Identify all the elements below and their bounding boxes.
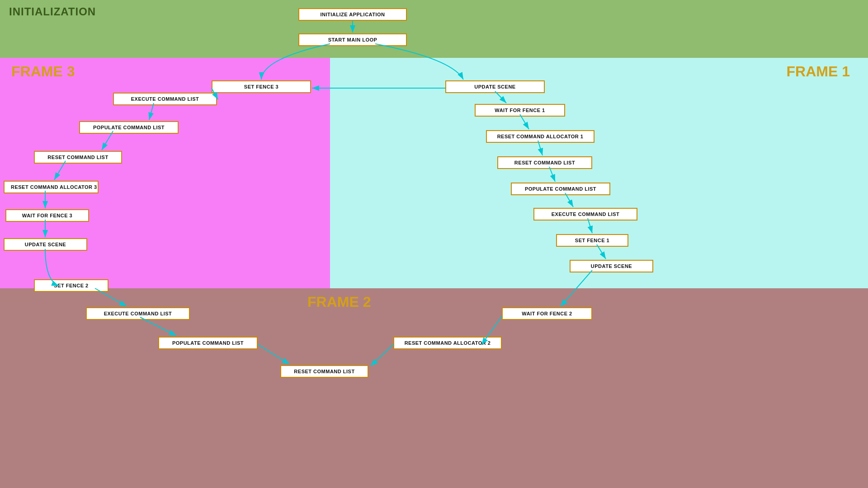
wait-for-fence-1-node: WAIT FOR FENCE 1 [475,104,565,117]
reset-command-allocator-3-node: RESET COMMAND ALLOCATOR 3 [4,181,99,193]
wait-for-fence-3-node: WAIT FOR FENCE 3 [5,209,89,222]
reset-command-allocator-2-node: RESET COMMAND ALLOCATOR 2 [393,337,502,349]
start-main-loop-node: START MAIN LOOP [298,33,407,46]
reset-command-list-f1-node: RESET COMMAND LIST [497,156,592,169]
populate-command-list-f3-node: POPULATE COMMAND LIST [79,121,179,134]
frame3-label: FRAME 3 [11,63,75,80]
reset-command-list-f2-node: RESET COMMAND LIST [280,365,368,378]
wait-for-fence-2-node: WAIT FOR FENCE 2 [502,307,592,320]
frame2-label: FRAME 2 [307,294,371,310]
populate-command-list-f2-node: POPULATE COMMAND LIST [158,337,258,349]
set-fence-3-node: SET FENCE 3 [212,80,311,93]
execute-command-list-f2-node: EXECUTE COMMAND LIST [86,307,190,320]
update-scene-f3-node: UPDATE SCENE [4,238,87,251]
frame1-region [330,58,868,288]
frame1-label: FRAME 1 [787,63,850,80]
reset-command-allocator-1-node: RESET COMMAND ALLOCATOR 1 [486,130,594,143]
initialize-application-node: INITIALIZE APPLICATION [298,8,407,21]
execute-command-list-f3-node: EXECUTE COMMAND LIST [113,93,217,105]
set-fence-1-node: SET FENCE 1 [556,234,628,247]
update-scene-f1-top-node: UPDATE SCENE [445,80,545,93]
update-scene-f1b-node: UPDATE SCENE [570,260,653,272]
init-label: INITIALIZATION [9,5,96,18]
init-region [0,0,868,58]
set-fence-2-node: SET FENCE 2 [34,279,108,292]
reset-command-list-f3-node: RESET COMMAND LIST [34,151,122,164]
populate-command-list-f1-node: POPULATE COMMAND LIST [511,183,610,195]
execute-command-list-f1-node: EXECUTE COMMAND LIST [533,208,637,221]
